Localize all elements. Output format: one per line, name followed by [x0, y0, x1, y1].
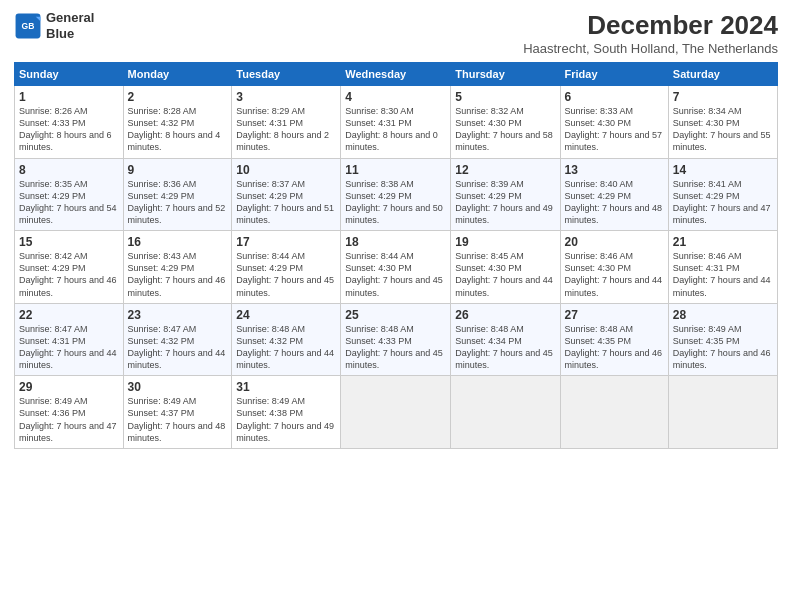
calendar-table: Sunday Monday Tuesday Wednesday Thursday…	[14, 62, 778, 449]
sunrise-label: Sunrise: 8:40 AM	[565, 179, 634, 189]
calendar-page: GB General Blue December 2024 Haastrecht…	[0, 0, 792, 612]
sunset-label: Sunset: 4:30 PM	[565, 118, 632, 128]
day-number: 29	[19, 380, 119, 394]
daylight-label: Daylight: 7 hours and 50 minutes.	[345, 203, 443, 225]
sunset-label: Sunset: 4:31 PM	[345, 118, 412, 128]
calendar-week-row: 29 Sunrise: 8:49 AM Sunset: 4:36 PM Dayl…	[15, 376, 778, 449]
sunrise-label: Sunrise: 8:44 AM	[236, 251, 305, 261]
sunset-label: Sunset: 4:29 PM	[19, 191, 86, 201]
sunrise-label: Sunrise: 8:48 AM	[345, 324, 414, 334]
sunrise-label: Sunrise: 8:37 AM	[236, 179, 305, 189]
cell-info: Sunrise: 8:48 AM Sunset: 4:33 PM Dayligh…	[345, 323, 446, 372]
cell-info: Sunrise: 8:49 AM Sunset: 4:37 PM Dayligh…	[128, 395, 228, 444]
table-row: 26 Sunrise: 8:48 AM Sunset: 4:34 PM Dayl…	[451, 303, 560, 376]
day-number: 23	[128, 308, 228, 322]
day-number: 16	[128, 235, 228, 249]
table-row	[341, 376, 451, 449]
sunset-label: Sunset: 4:36 PM	[19, 408, 86, 418]
daylight-label: Daylight: 7 hours and 44 minutes.	[19, 348, 117, 370]
sunrise-label: Sunrise: 8:47 AM	[19, 324, 88, 334]
daylight-label: Daylight: 7 hours and 48 minutes.	[565, 203, 663, 225]
cell-info: Sunrise: 8:48 AM Sunset: 4:34 PM Dayligh…	[455, 323, 555, 372]
sunrise-label: Sunrise: 8:34 AM	[673, 106, 742, 116]
sunset-label: Sunset: 4:32 PM	[128, 118, 195, 128]
sunrise-label: Sunrise: 8:33 AM	[565, 106, 634, 116]
table-row: 13 Sunrise: 8:40 AM Sunset: 4:29 PM Dayl…	[560, 158, 668, 231]
sunrise-label: Sunrise: 8:42 AM	[19, 251, 88, 261]
table-row: 12 Sunrise: 8:39 AM Sunset: 4:29 PM Dayl…	[451, 158, 560, 231]
table-row: 22 Sunrise: 8:47 AM Sunset: 4:31 PM Dayl…	[15, 303, 124, 376]
cell-info: Sunrise: 8:32 AM Sunset: 4:30 PM Dayligh…	[455, 105, 555, 154]
cell-info: Sunrise: 8:30 AM Sunset: 4:31 PM Dayligh…	[345, 105, 446, 154]
daylight-label: Daylight: 7 hours and 58 minutes.	[455, 130, 553, 152]
sunset-label: Sunset: 4:29 PM	[236, 191, 303, 201]
day-number: 31	[236, 380, 336, 394]
cell-info: Sunrise: 8:49 AM Sunset: 4:35 PM Dayligh…	[673, 323, 773, 372]
daylight-label: Daylight: 7 hours and 46 minutes.	[673, 348, 771, 370]
daylight-label: Daylight: 7 hours and 46 minutes.	[565, 348, 663, 370]
day-number: 8	[19, 163, 119, 177]
sunset-label: Sunset: 4:30 PM	[345, 263, 412, 273]
daylight-label: Daylight: 8 hours and 4 minutes.	[128, 130, 221, 152]
day-number: 13	[565, 163, 664, 177]
daylight-label: Daylight: 7 hours and 45 minutes.	[455, 348, 553, 370]
sunrise-label: Sunrise: 8:43 AM	[128, 251, 197, 261]
daylight-label: Daylight: 7 hours and 52 minutes.	[128, 203, 226, 225]
sunrise-label: Sunrise: 8:44 AM	[345, 251, 414, 261]
cell-info: Sunrise: 8:47 AM Sunset: 4:32 PM Dayligh…	[128, 323, 228, 372]
table-row: 23 Sunrise: 8:47 AM Sunset: 4:32 PM Dayl…	[123, 303, 232, 376]
cell-info: Sunrise: 8:26 AM Sunset: 4:33 PM Dayligh…	[19, 105, 119, 154]
sunset-label: Sunset: 4:29 PM	[673, 191, 740, 201]
cell-info: Sunrise: 8:49 AM Sunset: 4:38 PM Dayligh…	[236, 395, 336, 444]
day-number: 26	[455, 308, 555, 322]
sunrise-label: Sunrise: 8:49 AM	[236, 396, 305, 406]
logo: GB General Blue	[14, 10, 94, 41]
cell-info: Sunrise: 8:45 AM Sunset: 4:30 PM Dayligh…	[455, 250, 555, 299]
table-row: 30 Sunrise: 8:49 AM Sunset: 4:37 PM Dayl…	[123, 376, 232, 449]
table-row: 29 Sunrise: 8:49 AM Sunset: 4:36 PM Dayl…	[15, 376, 124, 449]
day-number: 4	[345, 90, 446, 104]
day-number: 11	[345, 163, 446, 177]
col-sunday: Sunday	[15, 63, 124, 86]
sunset-label: Sunset: 4:35 PM	[565, 336, 632, 346]
table-row: 10 Sunrise: 8:37 AM Sunset: 4:29 PM Dayl…	[232, 158, 341, 231]
sunrise-label: Sunrise: 8:45 AM	[455, 251, 524, 261]
daylight-label: Daylight: 7 hours and 45 minutes.	[345, 348, 443, 370]
day-number: 24	[236, 308, 336, 322]
daylight-label: Daylight: 7 hours and 45 minutes.	[345, 275, 443, 297]
daylight-label: Daylight: 7 hours and 46 minutes.	[128, 275, 226, 297]
daylight-label: Daylight: 7 hours and 55 minutes.	[673, 130, 771, 152]
sunset-label: Sunset: 4:31 PM	[236, 118, 303, 128]
daylight-label: Daylight: 7 hours and 49 minutes.	[236, 421, 334, 443]
table-row: 9 Sunrise: 8:36 AM Sunset: 4:29 PM Dayli…	[123, 158, 232, 231]
table-row: 28 Sunrise: 8:49 AM Sunset: 4:35 PM Dayl…	[668, 303, 777, 376]
calendar-header-row: Sunday Monday Tuesday Wednesday Thursday…	[15, 63, 778, 86]
sunrise-label: Sunrise: 8:49 AM	[128, 396, 197, 406]
cell-info: Sunrise: 8:43 AM Sunset: 4:29 PM Dayligh…	[128, 250, 228, 299]
day-number: 10	[236, 163, 336, 177]
sunset-label: Sunset: 4:29 PM	[565, 191, 632, 201]
col-friday: Friday	[560, 63, 668, 86]
calendar-week-row: 1 Sunrise: 8:26 AM Sunset: 4:33 PM Dayli…	[15, 86, 778, 159]
sunset-label: Sunset: 4:31 PM	[19, 336, 86, 346]
sunrise-label: Sunrise: 8:46 AM	[673, 251, 742, 261]
table-row: 3 Sunrise: 8:29 AM Sunset: 4:31 PM Dayli…	[232, 86, 341, 159]
sunrise-label: Sunrise: 8:49 AM	[19, 396, 88, 406]
table-row: 6 Sunrise: 8:33 AM Sunset: 4:30 PM Dayli…	[560, 86, 668, 159]
day-number: 6	[565, 90, 664, 104]
table-row: 1 Sunrise: 8:26 AM Sunset: 4:33 PM Dayli…	[15, 86, 124, 159]
table-row: 14 Sunrise: 8:41 AM Sunset: 4:29 PM Dayl…	[668, 158, 777, 231]
day-number: 14	[673, 163, 773, 177]
sunrise-label: Sunrise: 8:28 AM	[128, 106, 197, 116]
daylight-label: Daylight: 8 hours and 2 minutes.	[236, 130, 329, 152]
table-row: 31 Sunrise: 8:49 AM Sunset: 4:38 PM Dayl…	[232, 376, 341, 449]
cell-info: Sunrise: 8:44 AM Sunset: 4:29 PM Dayligh…	[236, 250, 336, 299]
daylight-label: Daylight: 7 hours and 46 minutes.	[19, 275, 117, 297]
cell-info: Sunrise: 8:48 AM Sunset: 4:35 PM Dayligh…	[565, 323, 664, 372]
daylight-label: Daylight: 7 hours and 48 minutes.	[128, 421, 226, 443]
daylight-label: Daylight: 7 hours and 44 minutes.	[236, 348, 334, 370]
table-row: 2 Sunrise: 8:28 AM Sunset: 4:32 PM Dayli…	[123, 86, 232, 159]
day-number: 20	[565, 235, 664, 249]
sunrise-label: Sunrise: 8:46 AM	[565, 251, 634, 261]
col-thursday: Thursday	[451, 63, 560, 86]
